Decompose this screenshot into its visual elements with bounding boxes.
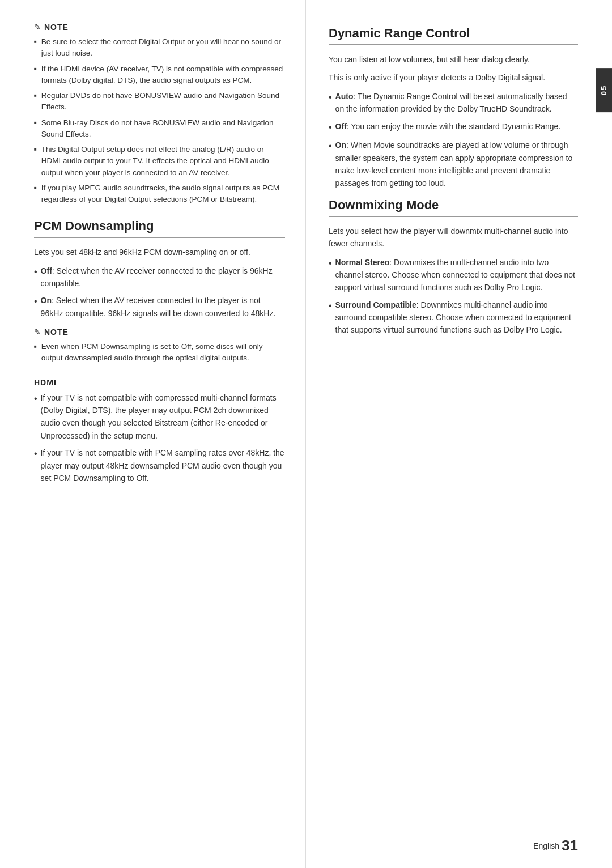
note-item: If the HDMI device (AV receiver, TV) is … xyxy=(34,63,285,87)
right-column: 05 Setup Dynamic Range Control You can l… xyxy=(306,0,612,868)
drc-bullet-on: On: When Movie soundtracks are played at… xyxy=(329,139,578,190)
note-title-2: NOTE xyxy=(44,327,69,337)
pcm-bullet-on: On: Select when the AV receiver connecte… xyxy=(34,294,285,320)
note-list-1: Be sure to select the correct Digital Ou… xyxy=(34,36,285,205)
footer-lang: English xyxy=(533,841,559,850)
downmix-intro: Lets you select how the player will down… xyxy=(329,225,578,250)
note-item: Regular DVDs do not have BONUSVIEW audio… xyxy=(34,90,285,113)
note-icon-1: ✎ xyxy=(34,23,41,32)
hdmi-bullet-2: If your TV is not compatible with PCM sa… xyxy=(34,446,285,484)
downmix-bullet-surround: Surround Compatible: Downmixes multi-cha… xyxy=(329,299,578,337)
note-icon-2: ✎ xyxy=(34,327,41,337)
note-list-2: Even when PCM Downsampling is set to Off… xyxy=(34,341,285,364)
drc-bullet-list: Auto: The Dynamic Range Control will be … xyxy=(329,90,578,190)
hdmi-bullet-list: If your TV is not compatible with compre… xyxy=(34,392,285,485)
hdmi-title: HDMI xyxy=(34,378,285,387)
drc-intro2: This is only active if your player detec… xyxy=(329,71,578,84)
note-section-2: ✎ NOTE Even when PCM Downsampling is set… xyxy=(34,327,285,364)
note-item: This Digital Output setup does not effec… xyxy=(34,144,285,178)
note-item: Be sure to select the correct Digital Ou… xyxy=(34,36,285,59)
pcm-section-title: PCM Downsampling xyxy=(34,219,285,238)
pcm-bullet-list: Off: Select when the AV receiver connect… xyxy=(34,265,285,320)
note-item-2: Even when PCM Downsampling is set to Off… xyxy=(34,341,285,364)
note-header-1: ✎ NOTE xyxy=(34,23,285,32)
page-container: ✎ NOTE Be sure to select the correct Dig… xyxy=(0,0,612,868)
pcm-bullet-off: Off: Select when the AV receiver connect… xyxy=(34,265,285,290)
side-tab-number: 05 xyxy=(600,85,608,95)
drc-bullet-auto: Auto: The Dynamic Range Control will be … xyxy=(329,90,578,116)
footer-page: 31 xyxy=(562,837,578,854)
side-tab: 05 Setup xyxy=(596,68,612,112)
downmix-bullet-list: Normal Stereo: Downmixes the multi-chann… xyxy=(329,256,578,337)
note-title-1: NOTE xyxy=(44,23,69,32)
page-footer: English 31 xyxy=(533,837,578,854)
drc-section-title: Dynamic Range Control xyxy=(329,26,578,45)
note-item: If you play MPEG audio soundtracks, the … xyxy=(34,182,285,206)
left-column: ✎ NOTE Be sure to select the correct Dig… xyxy=(0,0,306,868)
drc-bullet-off: Off: You can enjoy the movie with the st… xyxy=(329,120,578,135)
note-item: Some Blu-ray Discs do not have BONUSVIEW… xyxy=(34,117,285,141)
note-section-1: ✎ NOTE Be sure to select the correct Dig… xyxy=(34,23,285,205)
downmix-section-title: Downmixing Mode xyxy=(329,198,578,217)
drc-intro1: You can listen at low volumes, but still… xyxy=(329,53,578,66)
note-header-2: ✎ NOTE xyxy=(34,327,285,337)
pcm-intro: Lets you set 48kHz and 96kHz PCM down-sa… xyxy=(34,246,285,258)
hdmi-bullet-1: If your TV is not compatible with compre… xyxy=(34,392,285,442)
downmix-bullet-normal: Normal Stereo: Downmixes the multi-chann… xyxy=(329,256,578,294)
